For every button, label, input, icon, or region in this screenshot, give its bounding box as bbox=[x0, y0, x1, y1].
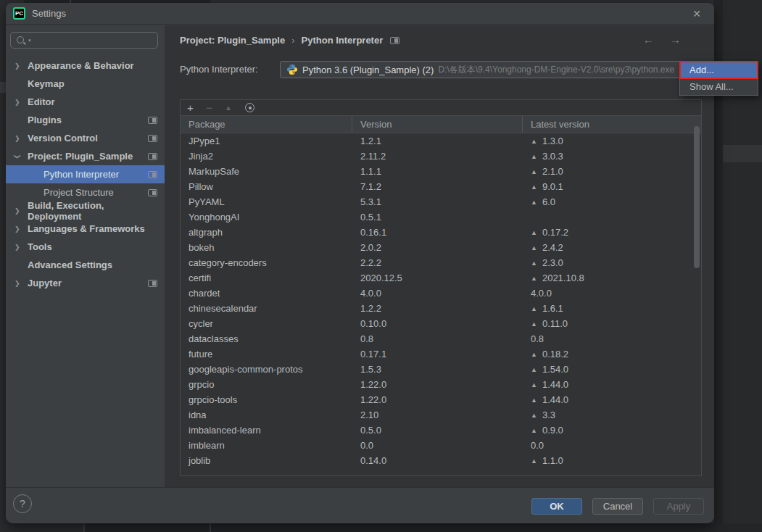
settings-sidebar: ▾ Appearance & Behavior Keymap bbox=[6, 25, 165, 487]
chevron-icon bbox=[15, 207, 28, 215]
uninstall-package-icon[interactable]: − bbox=[206, 101, 225, 114]
sidebar-item[interactable]: Keymap bbox=[6, 75, 165, 93]
sidebar-item[interactable]: Build, Execution, Deployment bbox=[6, 201, 165, 220]
package-name: googleapis-common-protos bbox=[181, 362, 352, 377]
sidebar-item-label: Languages & Frameworks bbox=[28, 223, 145, 234]
back-arrow-icon[interactable]: ← bbox=[643, 33, 654, 46]
menu-item[interactable]: Add... bbox=[680, 62, 758, 78]
upgrade-arrow-icon: ▲ bbox=[531, 427, 537, 434]
sidebar-item[interactable]: Project: Plugin_Sample bbox=[6, 147, 165, 165]
sidebar-item-label: Keymap bbox=[28, 78, 65, 89]
breadcrumb-project[interactable]: Project: Plugin_Sample bbox=[180, 35, 285, 46]
package-name: imblearn bbox=[181, 438, 352, 453]
chevron-icon bbox=[15, 280, 28, 287]
upgrade-package-icon[interactable]: ▲ bbox=[225, 104, 244, 112]
table-row[interactable]: imbalanced-learn 0.5.0 ▲0.9.0 bbox=[181, 423, 701, 438]
forward-arrow-icon[interactable]: → bbox=[670, 33, 681, 46]
table-row[interactable]: grpcio-tools 1.22.0 ▲1.44.0 bbox=[181, 392, 701, 407]
table-row[interactable]: certifi 2020.12.5 ▲2021.10.8 bbox=[181, 270, 701, 286]
sidebar-item[interactable]: Version Control bbox=[6, 129, 165, 147]
sidebar-item-label: Appearance & Behavior bbox=[28, 60, 134, 71]
table-row[interactable]: chardet 4.0.0 ▲4.0.0 bbox=[181, 286, 701, 301]
table-row[interactable]: googleapis-common-protos 1.5.3 ▲1.54.0 bbox=[181, 362, 701, 377]
table-row[interactable]: Pillow 7.1.2 ▲9.0.1 bbox=[181, 179, 701, 194]
upgrade-arrow-icon: ▲ bbox=[531, 153, 537, 160]
menu-item[interactable]: Show All... bbox=[680, 78, 758, 95]
package-latest-version: 6.0 bbox=[542, 196, 555, 207]
interpreter-label: Python Interpreter: bbox=[180, 64, 258, 75]
early-releases-eye-icon[interactable] bbox=[245, 103, 254, 112]
package-latest-version: 0.8 bbox=[531, 333, 544, 344]
settings-search-input[interactable]: ▾ bbox=[10, 32, 158, 49]
package-panel: + − ▲ Package Version Latest version JPy… bbox=[180, 99, 702, 476]
sidebar-item-label: Project Structure bbox=[44, 187, 114, 198]
search-icon bbox=[16, 36, 26, 46]
table-row[interactable]: future 0.17.1 ▲0.18.2 bbox=[181, 346, 701, 362]
vertical-scrollbar[interactable] bbox=[694, 126, 700, 268]
column-header-latest[interactable]: Latest version bbox=[523, 116, 701, 133]
package-version: 1.2.1 bbox=[352, 133, 523, 149]
package-version: 2020.12.5 bbox=[352, 270, 523, 286]
in-dialog-panel-icon bbox=[148, 171, 157, 178]
table-row[interactable]: Jinja2 2.11.2 ▲3.0.3 bbox=[181, 149, 701, 164]
package-version: 2.11.2 bbox=[352, 149, 523, 164]
sidebar-item[interactable]: Tools bbox=[6, 238, 165, 256]
sidebar-item-label: Python Interpreter bbox=[44, 169, 119, 180]
table-row[interactable]: dataclasses 0.8 ▲0.8 bbox=[181, 331, 701, 346]
help-button[interactable]: ? bbox=[13, 494, 32, 513]
package-name: dataclasses bbox=[181, 331, 352, 346]
sidebar-item[interactable]: Editor bbox=[6, 93, 165, 111]
table-row[interactable]: chinesecalendar 1.2.2 ▲1.6.1 bbox=[181, 301, 701, 316]
interpreter-dropdown-menu: Add... Show All... bbox=[679, 61, 758, 96]
package-latest-version: 9.0.1 bbox=[542, 181, 563, 192]
cancel-button[interactable]: Cancel bbox=[592, 498, 643, 515]
interpreter-select[interactable]: Python 3.6 (Plugin_Sample) (2) D:\各版本\9.… bbox=[280, 61, 693, 78]
background-divider-1 bbox=[83, 523, 85, 532]
table-row[interactable]: MarkupSafe 1.1.1 ▲2.1.0 bbox=[181, 164, 701, 179]
table-row[interactable]: altgraph 0.16.1 ▲0.17.2 bbox=[181, 225, 701, 240]
sidebar-item-label: Project: Plugin_Sample bbox=[28, 151, 133, 162]
sidebar-item[interactable]: Project Structure bbox=[6, 183, 165, 201]
in-dialog-panel-icon bbox=[148, 153, 157, 160]
package-latest-version: 0.0 bbox=[531, 440, 544, 451]
package-version: 1.5.3 bbox=[352, 362, 523, 377]
table-row[interactable]: category-encoders 2.2.2 ▲2.3.0 bbox=[181, 255, 701, 270]
table-row[interactable]: PyYAML 5.3.1 ▲6.0 bbox=[181, 194, 701, 209]
menu-item-label: Add... bbox=[689, 65, 714, 75]
sidebar-item[interactable]: Python Interpreter bbox=[6, 165, 165, 183]
sidebar-item[interactable]: Plugins bbox=[6, 111, 165, 129]
table-row[interactable]: grpcio 1.22.0 ▲1.44.0 bbox=[181, 377, 701, 392]
package-name: YonghongAI bbox=[181, 209, 352, 225]
package-latest-version: 3.3 bbox=[542, 410, 555, 420]
column-header-package[interactable]: Package bbox=[181, 116, 352, 133]
sidebar-item[interactable]: Jupyter bbox=[6, 274, 165, 292]
close-icon[interactable]: ✕ bbox=[689, 7, 704, 21]
column-header-version[interactable]: Version bbox=[352, 116, 523, 133]
table-row[interactable]: JPype1 1.2.1 ▲1.3.0 bbox=[181, 133, 701, 149]
table-row[interactable]: YonghongAI 0.5.1 ▲ bbox=[181, 209, 701, 225]
interpreter-path: D:\各版本\9.4\Yonghong-DM-Engine-V2.0\sre\p… bbox=[438, 64, 676, 76]
package-version: 0.0 bbox=[352, 438, 523, 453]
package-name: chinesecalendar bbox=[181, 301, 352, 316]
in-dialog-panel-icon bbox=[148, 135, 157, 142]
table-row[interactable]: bokeh 2.0.2 ▲2.4.2 bbox=[181, 240, 701, 255]
table-row[interactable]: cycler 0.10.0 ▲0.11.0 bbox=[181, 316, 701, 331]
package-name: Jinja2 bbox=[181, 149, 352, 164]
table-row[interactable]: idna 2.10 ▲3.3 bbox=[181, 407, 701, 423]
sidebar-item[interactable]: Advanced Settings bbox=[6, 256, 165, 274]
package-version: 2.2.2 bbox=[352, 255, 523, 270]
table-row[interactable]: joblib 0.14.0 ▲1.1.0 bbox=[181, 453, 701, 468]
ok-button[interactable]: OK bbox=[531, 498, 582, 515]
chevron-icon bbox=[15, 153, 28, 160]
sidebar-item[interactable]: Languages & Frameworks bbox=[6, 220, 165, 238]
sidebar-item-label: Tools bbox=[28, 241, 52, 252]
upgrade-arrow-icon: ▲ bbox=[531, 305, 537, 312]
package-toolbar: + − ▲ bbox=[181, 100, 701, 116]
package-latest-version: 2021.10.8 bbox=[542, 273, 584, 283]
dialog-button-bar: ? OK Cancel Apply bbox=[6, 487, 714, 523]
apply-button[interactable]: Apply bbox=[653, 498, 704, 515]
upgrade-arrow-icon: ▲ bbox=[531, 320, 537, 328]
sidebar-item[interactable]: Appearance & Behavior bbox=[6, 57, 165, 75]
table-row[interactable]: imblearn 0.0 ▲0.0 bbox=[181, 438, 701, 453]
install-package-icon[interactable]: + bbox=[187, 101, 206, 114]
